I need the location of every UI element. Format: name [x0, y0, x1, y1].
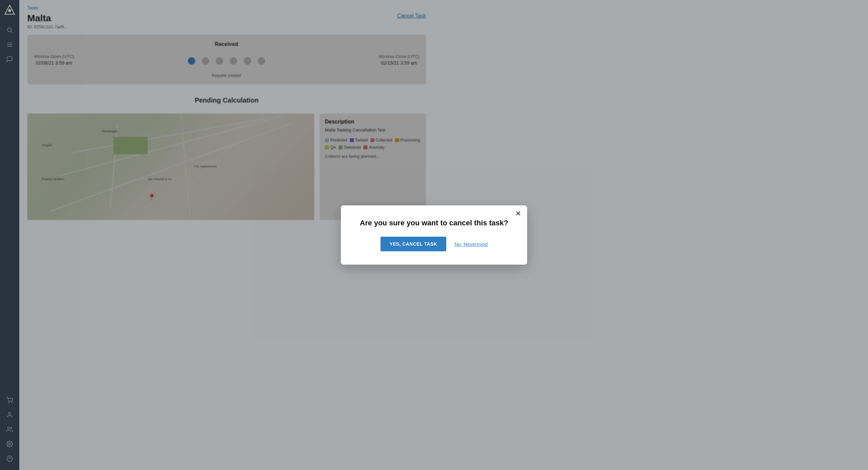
- modal-overlay: ✕ Are you sure you want to cancel this t…: [0, 0, 434, 235]
- cancel-task-modal: ✕ Are you sure you want to cancel this t…: [341, 205, 434, 235]
- modal-title: Are you sure you want to cancel this tas…: [357, 219, 434, 227]
